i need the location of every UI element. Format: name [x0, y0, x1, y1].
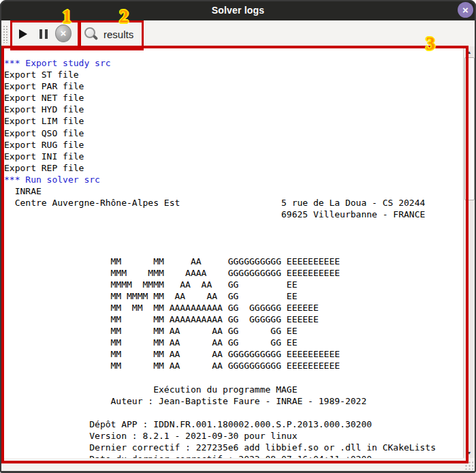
log-line: [4, 244, 460, 256]
log-line: Export INI file: [4, 151, 460, 162]
log-line: MM MM AA AA GGGGGGGGGG EEEEEEEEEE: [4, 348, 460, 360]
log-line: Export RUG file: [4, 139, 460, 151]
close-icon: ×: [462, 5, 469, 15]
log-line: MM MM AA AA GG GG EE: [4, 337, 460, 348]
toolbar-drag-handle-icon[interactable]: [3, 25, 9, 43]
log-line: Version : 8.2.1 - 2021-09-30 pour linux: [4, 430, 460, 442]
log-line: MMMM MMMM AA AA GG EE: [4, 279, 460, 290]
stop-icon: ×: [55, 25, 72, 42]
log-line: Export PAR file: [4, 80, 460, 92]
search-results-button[interactable]: results: [83, 25, 133, 44]
log-line: Export NET file: [4, 92, 460, 104]
log-line: Dépôt APP : IDDN.FR.001.180002.000.S.P.2…: [4, 418, 460, 430]
log-line: MM MM MM AAAAAAAAAA GG GGGGGG EEEEEE: [4, 302, 460, 314]
window-title: Solver logs: [212, 5, 265, 16]
scroll-up-button[interactable]: ▲: [464, 46, 475, 57]
log-line: INRAE: [4, 185, 460, 197]
log-line: [4, 372, 460, 384]
pause-button[interactable]: [35, 26, 52, 42]
log-line: Export LIM file: [4, 115, 460, 127]
log-line: MM MM AA AA GG GG EE: [4, 325, 460, 337]
resize-grip-icon[interactable]: [464, 461, 473, 470]
search-results-label: results: [104, 29, 133, 40]
log-line: Export HYD file: [4, 104, 460, 115]
log-line: MM MMMM MM AA AA GG EE: [4, 290, 460, 302]
log-line: Export ST file: [4, 69, 460, 80]
scroll-up-icon: ▲: [467, 50, 472, 55]
titlebar: Solver logs ×: [0, 0, 476, 20]
stop-button[interactable]: ×: [55, 25, 72, 42]
log-line: MM MM AAAAAAAAAA GG GGGGGG EEEEEE: [4, 314, 460, 325]
scroll-down-button[interactable]: ▼: [464, 447, 475, 458]
solver-logs-window: Solver logs × × results *** Export study…: [0, 0, 476, 473]
log-line: MMM MMM AAAA GGGGGGGGGG EEEEEEEEEE: [4, 267, 460, 279]
log-line: Auteur : Jean-Baptiste Faure - INRAE - 1…: [4, 395, 460, 407]
log-line: [4, 232, 460, 243]
log-line: Centre Auvergne-Rhône-Alpes Est 5 rue de…: [4, 197, 460, 209]
close-button[interactable]: ×: [458, 2, 473, 18]
log-line: Export REP file: [4, 162, 460, 174]
scroll-down-icon: ▼: [467, 451, 472, 455]
scrollbar-thumb[interactable]: [464, 57, 475, 200]
log-line: Export QSO file: [4, 127, 460, 139]
log-line: MM MM AA AA GGGGGGGGGG EEEEEEEEEE: [4, 360, 460, 371]
log-text[interactable]: *** Export study srcExport ST fileExport…: [4, 57, 460, 464]
vertical-scrollbar[interactable]: ▲ ▼: [463, 46, 475, 458]
log-line: [4, 220, 460, 232]
status-bar: [0, 458, 476, 471]
pause-icon: [39, 29, 48, 39]
play-button[interactable]: [15, 26, 31, 42]
log-line: *** Export study src: [4, 57, 460, 69]
log-line: Exécution du programme MAGE: [4, 384, 460, 395]
log-line: [4, 407, 460, 418]
play-icon: [19, 29, 27, 39]
log-line: 69625 Villeurbanne - FRANCE: [4, 209, 460, 220]
search-icon: [83, 27, 98, 42]
log-line: Dernier correctif : 227235e6 add libbief…: [4, 442, 460, 453]
log-line: *** Run solver src: [4, 174, 460, 185]
log-line: MM MM AA GGGGGGGGGG EEEEEEEEEE: [4, 256, 460, 267]
